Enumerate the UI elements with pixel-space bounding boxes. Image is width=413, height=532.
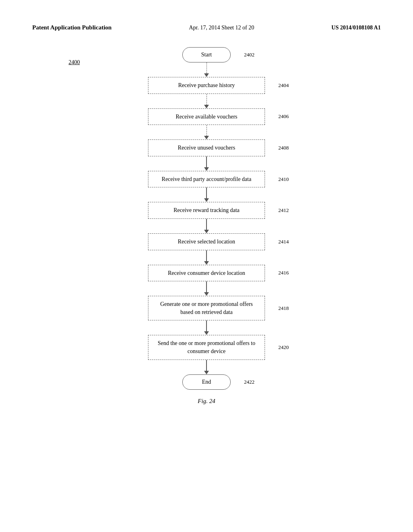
node-2410: Receive third party account/profile data…: [148, 171, 265, 188]
process-2412: Receive reward tracking data 2412: [148, 202, 265, 219]
arrow-line-0: [206, 62, 207, 73]
process-2410: Receive third party account/profile data…: [148, 171, 265, 188]
figure-caption: Fig. 24: [198, 398, 215, 405]
arrow-line-1: [206, 94, 207, 105]
diagram-label: 2400: [69, 59, 80, 66]
ref-2406: 2406: [278, 113, 289, 120]
text-2410: Receive third party account/profile data: [162, 176, 251, 182]
ref-2420: 2420: [278, 344, 289, 351]
arrow-head-2: [204, 136, 209, 139]
ref-2418: 2418: [278, 305, 289, 312]
arrow-head-5: [204, 230, 209, 233]
arrow-5: [204, 219, 209, 233]
ref-2422: 2422: [244, 379, 254, 385]
arrow-0: [204, 62, 209, 77]
text-2408: Receive unused vouchers: [178, 145, 235, 151]
node-2416: Receive consumer device location 2416: [148, 265, 265, 282]
node-end: End 2422: [182, 374, 231, 390]
process-2420: Send the one or more promotional offers …: [148, 335, 265, 360]
ref-2402: 2402: [244, 52, 254, 58]
end-oval: End 2422: [182, 374, 231, 390]
node-2408: Receive unused vouchers 2408: [148, 139, 265, 156]
ref-2412: 2412: [278, 207, 289, 214]
arrow-line-2: [206, 125, 207, 136]
arrow-head-7: [204, 292, 209, 296]
start-text: Start: [201, 52, 212, 58]
arrow-line-9: [206, 360, 207, 371]
text-2404: Receive purchase history: [178, 82, 235, 88]
header: Patent Application Publication Apr. 17, …: [32, 24, 381, 31]
text-2418: Generate one or more promotional offers …: [160, 301, 253, 315]
arrow-3: [204, 156, 209, 171]
arrow-2: [204, 125, 209, 139]
start-oval: Start 2402: [182, 47, 231, 62]
text-2406: Receive available vouchers: [175, 114, 237, 120]
arrow-head-1: [204, 105, 209, 108]
process-2418: Generate one or more promotional offers …: [148, 296, 265, 320]
header-right: US 2014/0108108 A1: [332, 25, 381, 31]
arrow-line-4: [206, 187, 207, 198]
text-2416: Receive consumer device location: [168, 270, 245, 276]
arrow-8: [204, 320, 209, 335]
arrow-9: [204, 360, 209, 374]
arrow-1: [204, 94, 209, 108]
arrow-head-9: [204, 371, 209, 374]
process-2404: Receive purchase history 2404: [148, 77, 265, 94]
ref-2414: 2414: [278, 238, 289, 245]
node-2418: Generate one or more promotional offers …: [148, 296, 265, 320]
node-start: Start 2402: [182, 47, 231, 62]
header-left: Patent Application Publication: [32, 24, 112, 31]
arrow-head-8: [204, 331, 209, 335]
process-2416: Receive consumer device location 2416: [148, 265, 265, 282]
flowchart: 2400 Start 2402 Receive purchase history…: [32, 47, 381, 405]
arrow-6: [204, 250, 209, 265]
ref-2408: 2408: [278, 144, 289, 152]
arrow-line-6: [206, 250, 207, 261]
text-2412: Receive reward tracking data: [173, 207, 240, 213]
header-center: Apr. 17, 2014 Sheet 12 of 20: [189, 25, 254, 31]
arrow-head-6: [204, 261, 209, 265]
node-2414: Receive selected location 2414: [148, 233, 265, 250]
end-text: End: [202, 379, 211, 385]
flowchart-inner: Start 2402 Receive purchase history 2404: [148, 47, 265, 390]
process-2408: Receive unused vouchers 2408: [148, 139, 265, 156]
node-2412: Receive reward tracking data 2412: [148, 202, 265, 219]
arrow-line-8: [206, 320, 207, 331]
arrow-line-5: [206, 219, 207, 230]
text-2420: Send the one or more promotional offers …: [158, 340, 255, 354]
arrow-7: [204, 281, 209, 296]
arrow-line-7: [206, 281, 207, 292]
arrow-4: [204, 187, 209, 202]
process-2414: Receive selected location 2414: [148, 233, 265, 250]
ref-2416: 2416: [278, 269, 289, 276]
arrow-head-4: [204, 198, 209, 202]
node-2404: Receive purchase history 2404: [148, 77, 265, 94]
arrow-head-3: [204, 167, 209, 171]
page: Patent Application Publication Apr. 17, …: [0, 0, 413, 532]
ref-2404: 2404: [278, 82, 289, 89]
ref-2410: 2410: [278, 175, 289, 183]
arrow-head-0: [204, 73, 209, 77]
arrow-line-3: [206, 156, 207, 167]
text-2414: Receive selected location: [178, 239, 235, 245]
node-2420: Send the one or more promotional offers …: [148, 335, 265, 360]
process-2406: Receive available vouchers 2406: [148, 108, 265, 125]
node-2406: Receive available vouchers 2406: [148, 108, 265, 125]
